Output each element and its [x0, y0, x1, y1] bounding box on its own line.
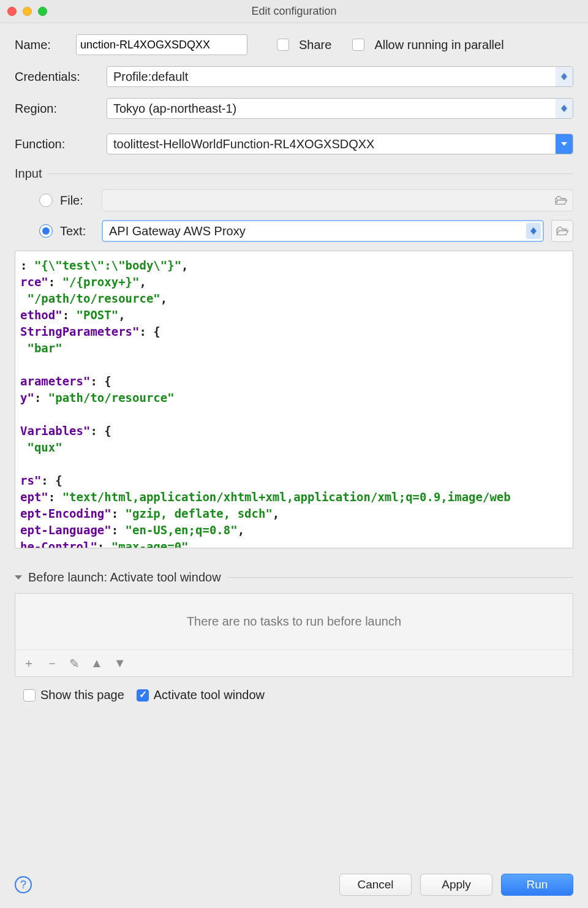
- activate-tool-window-label: Activate tool window: [154, 688, 265, 702]
- name-label: Name:: [15, 38, 70, 52]
- run-button[interactable]: Run: [501, 874, 573, 896]
- before-launch-toolbar: ＋ － ✎ ▲ ▼: [15, 649, 573, 676]
- input-file-field[interactable]: 🗁: [102, 189, 573, 211]
- disclosure-triangle-icon[interactable]: [15, 575, 22, 580]
- before-launch-empty: There are no tasks to run before launch: [15, 594, 573, 649]
- folder-icon: 🗁: [556, 223, 569, 239]
- region-label: Region:: [15, 102, 100, 116]
- divider: [48, 173, 573, 174]
- input-text-label: Text:: [60, 224, 94, 238]
- before-launch-label: Before launch: Activate tool window: [28, 570, 221, 585]
- parallel-checkbox[interactable]: [352, 39, 364, 51]
- share-checkbox[interactable]: [277, 39, 289, 51]
- titlebar: Edit configuration: [0, 0, 588, 23]
- move-up-button[interactable]: ▲: [91, 656, 103, 670]
- edit-task-button[interactable]: ✎: [69, 656, 80, 671]
- credentials-select[interactable]: Profile:default: [107, 66, 573, 87]
- input-text-editor[interactable]: : "{\"test\":\"body\"}", rce": "/{proxy+…: [15, 251, 573, 548]
- activate-tool-window-checkbox[interactable]: [137, 689, 149, 702]
- region-select[interactable]: Tokyo (ap-northeast-1): [107, 98, 573, 119]
- function-select[interactable]: toolittest-HelloWorldFunction-RL4XOGXSDQ…: [107, 134, 573, 154]
- add-task-button[interactable]: ＋: [23, 655, 35, 672]
- chevron-down-icon: [556, 134, 573, 154]
- input-file-radio[interactable]: [39, 194, 53, 207]
- function-label: Function:: [15, 137, 100, 151]
- chevron-updown-icon: [526, 223, 541, 239]
- input-text-radio[interactable]: [39, 224, 53, 238]
- apply-button[interactable]: Apply: [420, 874, 492, 896]
- window-title: Edit configuration: [0, 5, 588, 18]
- window-controls: [7, 7, 47, 16]
- minimize-window-button[interactable]: [23, 7, 32, 16]
- credentials-label: Credentials:: [15, 70, 100, 84]
- folder-icon: 🗁: [554, 192, 568, 208]
- input-text-template-select[interactable]: API Gateway AWS Proxy: [102, 220, 544, 242]
- function-value: toolittest-HelloWorldFunction-RL4XOGXSDQ…: [113, 137, 374, 151]
- show-this-page-checkbox[interactable]: [23, 689, 36, 702]
- chevron-updown-icon: [556, 67, 573, 86]
- close-window-button[interactable]: [7, 7, 17, 16]
- name-input[interactable]: [76, 34, 247, 55]
- move-down-button[interactable]: ▼: [114, 656, 126, 670]
- region-value: Tokyo (ap-northeast-1): [113, 102, 236, 116]
- input-text-template-value: API Gateway AWS Proxy: [109, 224, 246, 238]
- browse-folder-button[interactable]: 🗁: [551, 220, 573, 242]
- before-launch-box: There are no tasks to run before launch …: [15, 593, 573, 677]
- input-section-label: Input: [15, 167, 42, 181]
- credentials-value: Profile:default: [113, 70, 188, 84]
- chevron-updown-icon: [556, 99, 573, 118]
- input-file-label: File:: [60, 194, 94, 208]
- share-label: Share: [299, 38, 331, 52]
- cancel-button[interactable]: Cancel: [339, 874, 412, 896]
- zoom-window-button[interactable]: [38, 7, 47, 16]
- help-button[interactable]: ?: [15, 876, 32, 893]
- divider: [227, 577, 573, 578]
- parallel-label: Allow running in parallel: [374, 38, 503, 52]
- show-this-page-label: Show this page: [40, 688, 124, 702]
- remove-task-button[interactable]: －: [46, 655, 58, 672]
